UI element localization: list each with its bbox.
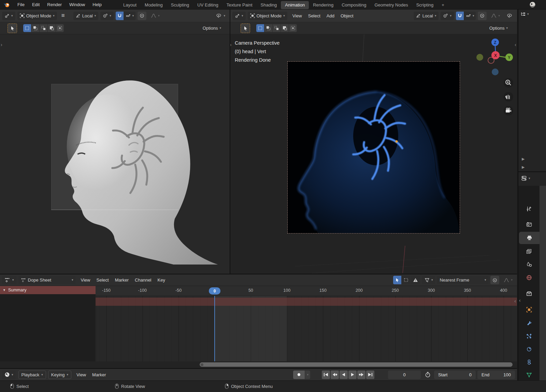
zoom-button[interactable] — [504, 78, 513, 88]
playhead-line[interactable] — [214, 296, 215, 362]
properties-tab-modifiers[interactable] — [519, 317, 539, 329]
editor-type-button[interactable]: ▾ — [2, 276, 16, 284]
show-gizmo-dropdown[interactable]: ▾ — [214, 12, 228, 20]
select-mode-subtract[interactable] — [273, 24, 281, 32]
orientation-dropdown[interactable]: Local ▾ — [73, 12, 99, 20]
mode-dropdown[interactable]: Object Mode ▾ — [248, 12, 287, 20]
workspace-tab-scripting[interactable]: Scripting — [412, 1, 438, 9]
options-dropdown[interactable]: Options▾ — [200, 24, 224, 32]
options-dropdown[interactable]: Options▾ — [487, 24, 510, 32]
playhead[interactable]: 0 — [209, 287, 220, 295]
properties-header[interactable]: ▾ — [521, 176, 530, 181]
outliner-header[interactable]: ▾ — [520, 12, 529, 17]
editor-type-button[interactable]: ▾ — [232, 12, 246, 20]
jump-start-button[interactable] — [322, 371, 330, 379]
current-frame-field[interactable]: 0 — [388, 371, 421, 379]
properties-tab-particles[interactable] — [519, 330, 539, 342]
properties-tab-collection[interactable] — [519, 287, 539, 300]
select-mode-subtract[interactable] — [40, 24, 47, 32]
properties-tab-render[interactable] — [519, 218, 539, 230]
properties-tab-world[interactable] — [519, 271, 539, 284]
proportional-editing-button[interactable] — [490, 276, 499, 284]
axis-neg-z[interactable] — [492, 69, 499, 75]
dope-menu-view[interactable]: View — [78, 276, 94, 284]
channel-summary-row[interactable]: ▼ Summary — [0, 286, 96, 294]
workspace-tab-animation[interactable]: Animation — [281, 1, 309, 9]
proportional-editing-button[interactable] — [138, 12, 146, 20]
end-frame-field[interactable]: End 100 — [477, 371, 515, 379]
collapsed-menus-button[interactable]: ≡ — [59, 12, 67, 20]
properties-tab-output[interactable] — [519, 232, 540, 244]
playbar-menu-view[interactable]: View — [73, 371, 89, 379]
outliner-item-collapsed[interactable]: ▶ — [522, 165, 525, 169]
viewport-menu-object[interactable]: Object — [337, 12, 357, 20]
viewport-right-canvas[interactable]: ‹› Camera Perspective(0) head | VertRend… — [230, 34, 517, 274]
dope-menu-marker[interactable]: Marker — [112, 276, 132, 284]
properties-tab-physics[interactable] — [519, 343, 539, 355]
scrollbar-thumb[interactable] — [200, 362, 513, 367]
editor-type-button[interactable]: ▾ — [2, 371, 16, 379]
workspace-tab-shading[interactable]: Shading — [257, 1, 281, 9]
workspace-tab-compositing[interactable]: Compositing — [337, 1, 370, 9]
pan-hand-button[interactable] — [504, 92, 513, 102]
viewport-menu-add[interactable]: Add — [324, 12, 337, 20]
orientation-dropdown[interactable]: Local ▾ — [414, 12, 439, 20]
snap-toggle-button[interactable] — [456, 12, 464, 20]
workspace-tab-geometry-nodes[interactable]: Geometry Nodes — [370, 1, 412, 9]
properties-tab-object[interactable] — [519, 303, 539, 316]
blender-logo-icon[interactable] — [0, 2, 14, 7]
topbar-menu-render[interactable]: Render — [43, 0, 66, 10]
falloff-dropdown[interactable]: ▾ — [489, 12, 502, 20]
workspace-tab-texture-paint[interactable]: Texture Paint — [222, 1, 257, 9]
topbar-menu-edit[interactable]: Edit — [28, 0, 43, 10]
show-gizmo-dropdown[interactable] — [504, 12, 515, 20]
timeline-ruler[interactable]: -150-100-50050100150200250300350400 — [96, 286, 517, 296]
select-mode-intersect[interactable] — [289, 24, 297, 32]
editor-type-button[interactable]: ▾ — [2, 12, 15, 20]
scrollbar-handle[interactable] — [201, 363, 203, 366]
navigation-gizmo[interactable]: Z Y X — [476, 38, 517, 120]
keying-set-dropdown[interactable]: ▾ — [305, 371, 310, 379]
topbar-menu-window[interactable]: Window — [66, 0, 89, 10]
playbar-menu-marker[interactable]: Marker — [89, 371, 109, 379]
select-mode-new[interactable] — [256, 24, 264, 32]
select-mode-invert[interactable] — [281, 24, 289, 32]
auto-keying-button[interactable] — [293, 371, 305, 379]
falloff-dropdown[interactable]: ▾ — [148, 12, 162, 20]
dope-menu-key[interactable]: Key — [155, 276, 168, 284]
snap-mode-dropdown[interactable]: ▾ — [124, 12, 136, 20]
snap-target-dropdown[interactable]: ▾ — [441, 12, 454, 20]
play-button[interactable] — [348, 371, 357, 379]
properties-tab-view-layer[interactable] — [519, 245, 539, 258]
hidden-channels-toggle[interactable] — [402, 276, 411, 284]
region-expand-arrow[interactable]: ‹ — [519, 298, 521, 303]
dope-menu-channel[interactable]: Channel — [132, 276, 154, 284]
playback-dropdown[interactable]: Playback▾ — [18, 371, 46, 379]
dope-menu-select[interactable]: Select — [93, 276, 112, 284]
prev-keyframe-button[interactable] — [331, 371, 339, 379]
stopwatch-icon[interactable] — [425, 372, 431, 378]
snap-toggle-button[interactable] — [116, 12, 124, 20]
add-workspace-button[interactable]: + — [437, 1, 448, 9]
properties-tab-tool[interactable] — [519, 202, 539, 215]
keyframe-grid[interactable] — [96, 296, 517, 361]
select-mode-new[interactable] — [23, 24, 31, 32]
play-reverse-button[interactable] — [340, 371, 348, 379]
snap-target-dropdown[interactable]: ▾ — [100, 12, 114, 20]
workspace-tab-sculpting[interactable]: Sculpting — [167, 1, 193, 9]
snap-mode-dropdown[interactable]: ▾ — [464, 12, 476, 20]
jump-end-button[interactable] — [366, 371, 374, 379]
user-icon[interactable] — [529, 1, 536, 8]
workspace-tab-rendering[interactable]: Rendering — [309, 1, 337, 9]
select-mode-extend[interactable] — [31, 24, 39, 32]
head-model-grey[interactable] — [44, 74, 218, 265]
active-tool-select-box[interactable] — [8, 24, 17, 33]
outliner-item-collapsed[interactable]: ▶ — [522, 157, 525, 161]
snap-frame-dropdown[interactable]: Nearest Frame ▾ — [437, 276, 488, 284]
disclosure-triangle-icon[interactable]: ▼ — [3, 288, 6, 292]
next-keyframe-button[interactable] — [357, 371, 365, 379]
mode-dropdown[interactable]: Object Mode ▾ — [17, 12, 57, 20]
only-selected-toggle[interactable] — [393, 276, 401, 284]
viewport-menu-view[interactable]: View — [289, 12, 305, 20]
workspace-tab-layout[interactable]: Layout — [119, 1, 141, 9]
